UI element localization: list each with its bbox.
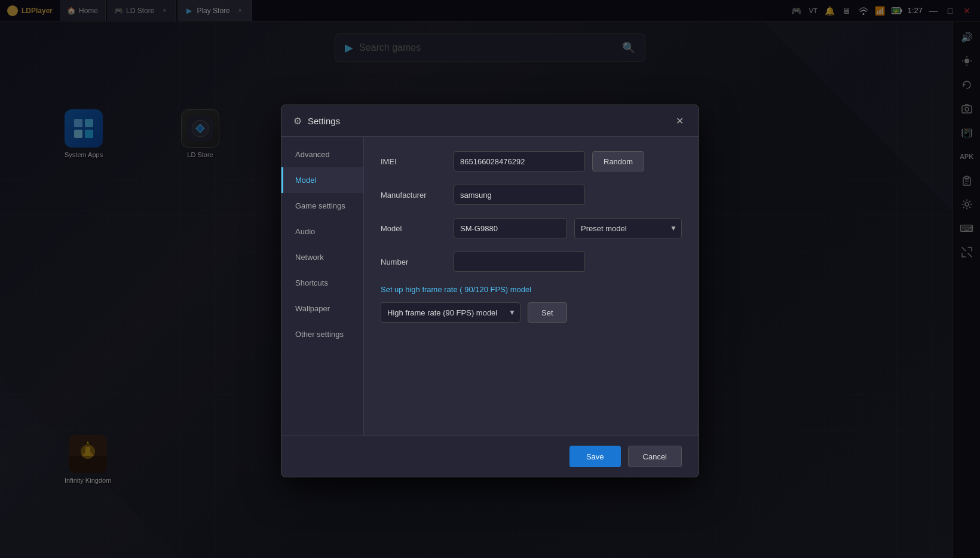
nav-model[interactable]: Model [281, 167, 363, 193]
manufacturer-label: Manufacturer [381, 191, 446, 200]
settings-content-model: IMEI Random Manufacturer Model [364, 137, 699, 436]
modal-overlay: ⚙ Settings ✕ Advanced Model Game setting… [0, 0, 980, 558]
dialog-footer: Save Cancel [281, 436, 699, 477]
manufacturer-row: Manufacturer [381, 185, 682, 205]
nav-shortcuts[interactable]: Shortcuts [281, 270, 363, 296]
number-input[interactable] [454, 252, 585, 272]
settings-dialog: ⚙ Settings ✕ Advanced Model Game setting… [281, 105, 699, 477]
random-btn[interactable]: Random [592, 151, 644, 171]
fps-row: High frame rate (90 FPS) model High fram… [381, 302, 682, 323]
settings-nav: Advanced Model Game settings Audio Netwo… [281, 137, 364, 436]
number-label: Number [381, 257, 446, 266]
model-label: Model [381, 224, 446, 233]
save-btn[interactable]: Save [569, 446, 621, 467]
cancel-btn[interactable]: Cancel [628, 446, 682, 467]
nav-network[interactable]: Network [281, 244, 363, 270]
fps-select[interactable]: High frame rate (90 FPS) model High fram… [381, 302, 520, 323]
number-row: Number [381, 252, 682, 272]
settings-gear-icon: ⚙ [293, 115, 302, 127]
nav-game-settings[interactable]: Game settings [281, 193, 363, 219]
imei-row: IMEI Random [381, 151, 682, 171]
nav-advanced[interactable]: Advanced [281, 142, 363, 167]
fps-link[interactable]: Set up high frame rate ( 90/120 FPS) mod… [381, 285, 682, 294]
desktop: LDPlayer 🏠 Home 🎮 LD Store × ▶ Play Stor… [0, 0, 980, 558]
nav-audio[interactable]: Audio [281, 219, 363, 244]
model-row: Model Preset model ▼ [381, 218, 682, 238]
imei-label: IMEI [381, 157, 446, 166]
preset-model-wrapper: Preset model ▼ [574, 218, 682, 238]
preset-model-select[interactable]: Preset model [574, 218, 682, 238]
dialog-header: ⚙ Settings ✕ [281, 105, 699, 137]
nav-wallpaper[interactable]: Wallpaper [281, 296, 363, 321]
nav-other-settings[interactable]: Other settings [281, 321, 363, 347]
dialog-close-btn[interactable]: ✕ [672, 114, 687, 128]
dialog-body: Advanced Model Game settings Audio Netwo… [281, 137, 699, 436]
dialog-title: Settings [308, 116, 666, 126]
fps-set-btn[interactable]: Set [528, 302, 567, 323]
fps-select-wrapper: High frame rate (90 FPS) model High fram… [381, 302, 520, 323]
model-input[interactable] [454, 218, 567, 238]
manufacturer-input[interactable] [454, 185, 585, 205]
imei-input[interactable] [454, 151, 585, 171]
